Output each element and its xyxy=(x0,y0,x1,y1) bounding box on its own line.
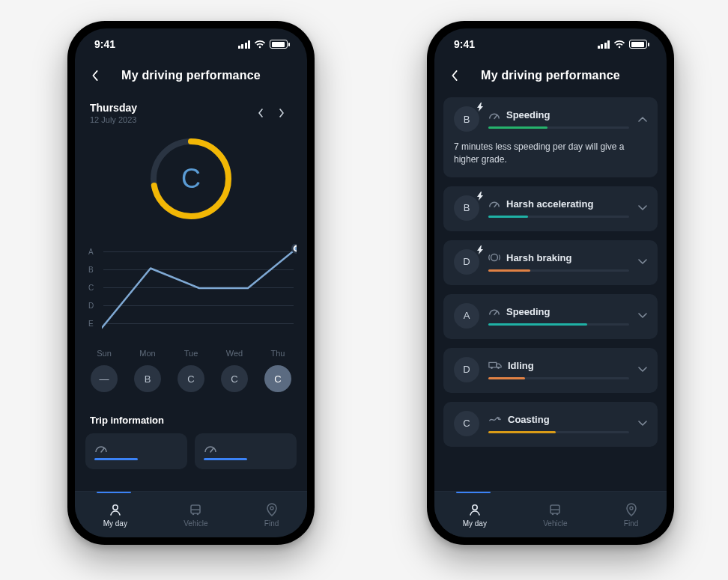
tab-bar: My day Vehicle Find xyxy=(434,491,667,537)
metric-label: Idling xyxy=(508,360,534,371)
tab-vehicle[interactable]: Vehicle xyxy=(543,502,567,528)
metric-grade-badge: C xyxy=(454,411,479,436)
tab-label: Vehicle xyxy=(543,519,567,528)
metric-card-harsh-accelerating[interactable]: B Harsh accelerating xyxy=(443,186,658,231)
metric-bar xyxy=(488,323,629,326)
tab-label: Find xyxy=(624,519,638,528)
brake-icon xyxy=(488,252,500,263)
svg-point-24 xyxy=(630,507,633,510)
svg-point-6 xyxy=(113,504,118,509)
week-day-grade: C xyxy=(178,365,204,392)
week-day-grade: C xyxy=(221,365,248,392)
week-day-label: Thu xyxy=(258,349,298,358)
svg-point-9 xyxy=(192,513,195,515)
svg-line-4 xyxy=(101,448,104,452)
svg-line-12 xyxy=(494,115,497,118)
tab-find[interactable]: Find xyxy=(624,502,638,528)
trip-card[interactable] xyxy=(195,433,297,469)
svg-line-5 xyxy=(210,448,213,452)
weekly-grade-chart: ABCDE xyxy=(84,239,298,332)
gauge-icon xyxy=(488,110,500,120)
trip-section-title: Trip information xyxy=(84,400,298,433)
tab-myday[interactable]: My day xyxy=(103,502,127,528)
metric-grade-badge: D xyxy=(454,357,479,382)
phone-frame-left: 9:41 My driving performance xyxy=(67,21,315,545)
tab-vehicle[interactable]: Vehicle xyxy=(183,502,207,528)
svg-point-11 xyxy=(270,507,273,510)
svg-point-18 xyxy=(497,367,500,369)
trip-cards xyxy=(84,433,298,469)
metric-label: Speeding xyxy=(506,306,550,317)
svg-point-17 xyxy=(491,367,493,369)
screen-right: 9:41 My driving performance xyxy=(434,28,667,537)
metric-bar xyxy=(488,126,629,129)
chevron-down-icon xyxy=(638,367,647,373)
back-button[interactable] xyxy=(87,70,103,81)
metric-bar xyxy=(488,431,629,433)
tab-myday[interactable]: My day xyxy=(463,502,487,528)
status-bar: 9:41 xyxy=(75,28,307,60)
svg-point-3 xyxy=(294,246,297,251)
week-day-thu[interactable]: Thu C xyxy=(258,349,298,392)
tab-find[interactable]: Find xyxy=(264,502,279,528)
page-title: My driving performance xyxy=(109,69,273,82)
back-button[interactable] xyxy=(446,70,463,81)
screen-left: 9:41 My driving performance xyxy=(75,28,307,537)
metric-card-speeding[interactable]: B Speeding 7 minutes less speeding per d… xyxy=(443,97,658,177)
status-icons xyxy=(238,40,288,49)
metric-bar xyxy=(488,377,629,379)
metric-bar xyxy=(488,269,629,272)
metric-card-idling[interactable]: D Idling xyxy=(443,348,658,393)
truck-icon xyxy=(488,361,502,370)
chevron-down-icon xyxy=(638,205,647,211)
wifi-icon xyxy=(254,40,266,49)
metric-label: Speeding xyxy=(506,109,550,120)
svg-point-23 xyxy=(556,513,559,515)
week-day-tue[interactable]: Tue C xyxy=(171,349,211,392)
status-time: 9:41 xyxy=(454,38,475,50)
metric-label: Coasting xyxy=(508,414,550,425)
status-bar: 9:41 xyxy=(434,28,667,60)
person-icon xyxy=(109,502,122,517)
grade-axis-label: E xyxy=(88,320,97,328)
chevron-down-icon xyxy=(638,259,647,265)
pin-icon xyxy=(266,502,278,517)
wifi-icon xyxy=(613,40,625,49)
week-day-grade: B xyxy=(134,365,161,392)
week-day-selector: Sun —Mon BTue CWed CThu C xyxy=(84,349,298,400)
chevron-down-icon xyxy=(638,313,647,319)
svg-line-15 xyxy=(494,311,497,314)
svg-point-22 xyxy=(552,513,554,515)
grade-axis-label: C xyxy=(88,284,97,292)
tab-bar: My day Vehicle Find xyxy=(75,491,307,537)
overall-grade-ring: C xyxy=(84,127,298,239)
week-day-wed[interactable]: Wed C xyxy=(214,349,255,392)
metric-grade-badge: B xyxy=(454,106,479,132)
pin-icon xyxy=(625,502,637,517)
week-day-mon[interactable]: Mon B xyxy=(127,349,168,392)
prev-day-button[interactable] xyxy=(250,103,271,123)
metric-card-harsh-braking[interactable]: D Harsh braking xyxy=(443,240,658,285)
week-day-label: Tue xyxy=(171,349,211,358)
metric-label: Harsh braking xyxy=(506,252,571,263)
metric-grade-badge: B xyxy=(454,195,479,221)
svg-line-13 xyxy=(494,204,497,207)
next-day-button[interactable] xyxy=(271,103,292,123)
week-day-sun[interactable]: Sun — xyxy=(84,349,124,392)
grade-axis-label: B xyxy=(88,266,97,274)
trip-card[interactable] xyxy=(85,433,187,469)
content-right: B Speeding 7 minutes less speeding per d… xyxy=(434,91,667,491)
battery-icon xyxy=(270,40,288,49)
bolt-icon xyxy=(476,103,484,112)
content-left: Thursday 12 July 2023 xyxy=(75,91,307,491)
overall-grade-letter: C xyxy=(147,135,235,223)
selected-day-date: 12 July 2023 xyxy=(90,115,250,124)
tab-label: Find xyxy=(264,519,279,528)
svg-point-19 xyxy=(473,504,477,509)
metric-card-coasting[interactable]: C Coasting xyxy=(443,402,658,447)
week-day-label: Mon xyxy=(127,349,168,358)
metric-card-speeding[interactable]: A Speeding xyxy=(443,294,658,339)
gauge-icon xyxy=(94,443,178,454)
app-header: My driving performance xyxy=(434,60,667,91)
metric-list: B Speeding 7 minutes less speeding per d… xyxy=(443,91,658,447)
